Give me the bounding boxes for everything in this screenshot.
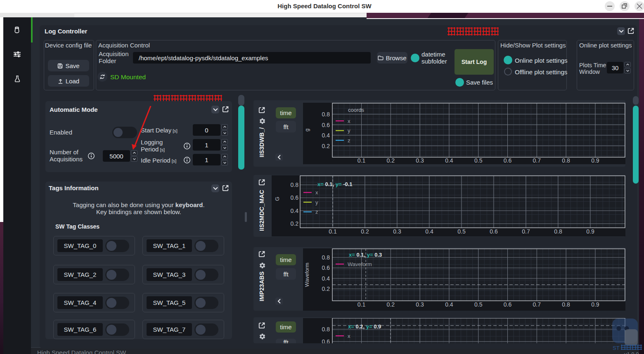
svg-text:0.7: 0.7 (522, 228, 530, 235)
svg-text:x= 0.1, y= -0.1: x= 0.1, y= -0.1 (317, 181, 353, 187)
svg-text:Waveform: Waveform (348, 261, 372, 267)
svg-text:0.4: 0.4 (322, 132, 330, 139)
svg-text:0.6: 0.6 (490, 228, 498, 235)
svg-text:0.4: 0.4 (425, 228, 433, 235)
svg-text:0.8: 0.8 (322, 326, 330, 333)
svg-text:0.7: 0.7 (533, 157, 541, 164)
svg-text:0.2: 0.2 (387, 157, 395, 164)
svg-text:0.4: 0.4 (322, 275, 330, 282)
svg-text:0.5: 0.5 (474, 157, 483, 164)
svg-text:0.8: 0.8 (322, 111, 330, 118)
svg-text:0.9: 0.9 (591, 301, 599, 308)
svg-text:x: x (348, 118, 350, 124)
svg-text:0.9: 0.9 (591, 157, 599, 164)
svg-text:0.6: 0.6 (504, 157, 512, 164)
svg-text:x: x (315, 189, 318, 196)
svg-text:0.4: 0.4 (445, 301, 453, 308)
svg-text:z: z (348, 137, 350, 144)
svg-text:0.2: 0.2 (291, 220, 299, 227)
svg-text:0.6: 0.6 (322, 338, 330, 344)
svg-text:0.7: 0.7 (533, 301, 541, 308)
svg-text:0.2: 0.2 (322, 143, 330, 149)
svg-text:y: y (315, 199, 318, 205)
svg-text:0.4: 0.4 (291, 208, 299, 214)
svg-text:0.5: 0.5 (457, 228, 466, 235)
svg-text:0.6: 0.6 (291, 194, 299, 201)
svg-text:0.3: 0.3 (393, 228, 401, 235)
svg-text:y: y (348, 127, 350, 134)
svg-text:0.8: 0.8 (562, 157, 570, 164)
svg-text:Waveform: Waveform (304, 263, 310, 287)
svg-text:0.5: 0.5 (474, 301, 483, 308)
svg-text:0.1: 0.1 (358, 301, 366, 308)
svg-text:0.8: 0.8 (554, 228, 562, 235)
svg-text:0.6: 0.6 (322, 264, 330, 271)
svg-text:0.8: 0.8 (562, 301, 570, 308)
svg-text:0.4: 0.4 (445, 157, 453, 164)
svg-text:0.9: 0.9 (586, 228, 594, 235)
svg-text:G: G (274, 197, 280, 201)
svg-text:0.6: 0.6 (322, 122, 330, 128)
svg-text:x= 0.2, y= 0.9: x= 0.2, y= 0.9 (348, 323, 381, 330)
svg-text:x: x (348, 333, 350, 339)
svg-text:coords: coords (348, 107, 365, 113)
svg-text:0.1: 0.1 (329, 228, 337, 235)
svg-text:x= 0.1, y= 0.3: x= 0.1, y= 0.3 (349, 252, 382, 258)
svg-text:0.8: 0.8 (322, 254, 330, 261)
svg-text:0.3: 0.3 (416, 157, 424, 164)
svg-text:0.3: 0.3 (416, 301, 424, 308)
svg-text:0.1: 0.1 (358, 157, 366, 164)
svg-text:0.6: 0.6 (504, 301, 512, 308)
svg-text:0.2: 0.2 (361, 228, 369, 235)
svg-text:0.2: 0.2 (322, 286, 330, 292)
svg-text:g: g (304, 128, 310, 131)
svg-text:0.2: 0.2 (387, 301, 395, 308)
svg-text:0.8: 0.8 (291, 182, 299, 188)
svg-text:z: z (315, 209, 318, 215)
